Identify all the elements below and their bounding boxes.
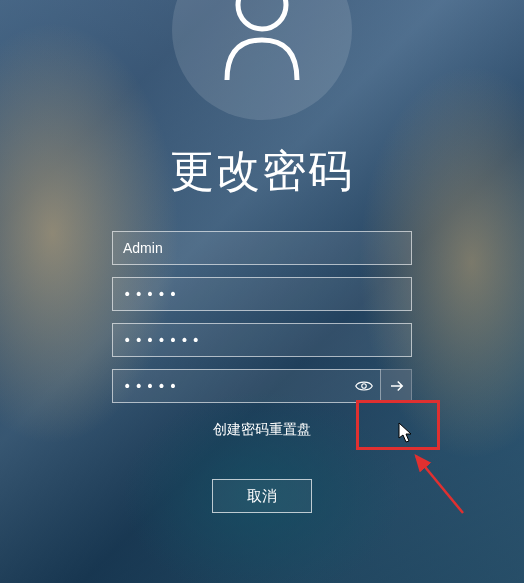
username-input[interactable] — [112, 231, 412, 265]
new-password-row: ••••••• — [112, 323, 412, 357]
old-password-row: ••••• — [112, 277, 412, 311]
page-title: 更改密码 — [170, 142, 354, 201]
change-password-form: ••••• ••••••• ••••• — [112, 231, 412, 403]
new-password-input[interactable]: ••••••• — [112, 323, 412, 357]
svg-point-0 — [238, 0, 286, 29]
user-icon — [212, 0, 312, 85]
confirm-password-row: ••••• — [112, 369, 412, 403]
arrow-right-icon — [388, 377, 406, 395]
reveal-password-button[interactable] — [348, 369, 380, 403]
change-password-panel: 更改密码 ••••• ••••••• ••••• — [0, 0, 524, 583]
create-reset-disk-link[interactable]: 创建密码重置盘 — [213, 421, 311, 439]
eye-icon — [355, 377, 373, 395]
username-row — [112, 231, 412, 265]
submit-button[interactable] — [380, 369, 412, 403]
svg-point-1 — [362, 384, 367, 389]
avatar — [172, 0, 352, 120]
cancel-button[interactable]: 取消 — [212, 479, 312, 513]
old-password-input[interactable]: ••••• — [112, 277, 412, 311]
